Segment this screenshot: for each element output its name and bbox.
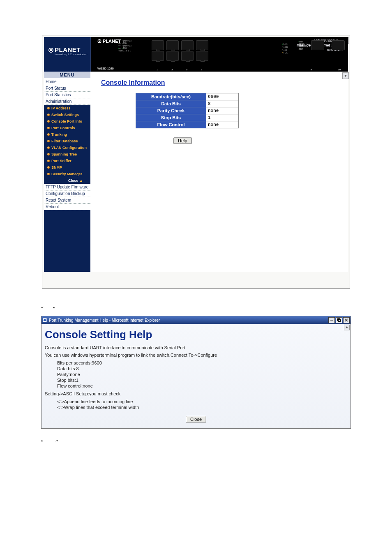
help-p3: Setting->ASCII Setup:you must check bbox=[45, 391, 347, 396]
nav-home[interactable]: Home bbox=[44, 79, 90, 85]
row-databits-value: 8 bbox=[206, 100, 239, 107]
minimize-button[interactable] bbox=[328, 317, 335, 323]
nav-console-port-info[interactable]: Console Port Info bbox=[44, 118, 90, 125]
nav-spanning-tree[interactable]: Spanning Tree bbox=[44, 151, 90, 158]
nav-port-controls[interactable]: Port Controls bbox=[44, 125, 90, 131]
help-p2: You can use windows hyperterminal progra… bbox=[45, 353, 347, 358]
help-ascii-block: <">Append line feeds to incoming line <"… bbox=[45, 399, 347, 410]
brand-logo: PLANET bbox=[44, 37, 90, 53]
ie-icon bbox=[42, 318, 47, 323]
svg-marker-1 bbox=[344, 75, 347, 77]
help-button[interactable]: Help bbox=[173, 137, 192, 144]
close-up-icon: ▲ bbox=[79, 179, 83, 183]
svg-point-4 bbox=[50, 49, 52, 51]
nav-reboot[interactable]: Reboot bbox=[44, 204, 90, 210]
nav-snmp[interactable]: SNMP bbox=[44, 164, 90, 171]
content-area: Console Information Baudrate(bits/sec)96… bbox=[90, 72, 348, 272]
nav-filter-database[interactable]: Filter Database bbox=[44, 138, 90, 144]
brand-tagline: Networking & Communication bbox=[44, 53, 90, 56]
row-parity-value: none bbox=[206, 107, 239, 114]
nav-vlan-configuration[interactable]: VLAN Configuration bbox=[44, 144, 90, 151]
page-title: Console Information bbox=[101, 79, 344, 86]
help-body: Console Setting Help Console is a standa… bbox=[42, 324, 350, 428]
row-stopbits-value: 1 bbox=[206, 114, 239, 121]
gigabit-ports: • LNK• 1000• 100• FDX bbox=[298, 40, 345, 50]
help-heading: Console Setting Help bbox=[45, 328, 347, 341]
gigabit-leds: • LNK• 1000• 100• FDX bbox=[282, 43, 288, 54]
brand-panel: PLANET Networking & Communication bbox=[44, 37, 91, 72]
device-image: PLANET 10/100/1000Mbps Intelligent Ether… bbox=[91, 37, 348, 72]
svg-marker-14 bbox=[346, 326, 348, 328]
maximize-button[interactable] bbox=[336, 317, 342, 323]
nav-port-sniffer[interactable]: Port Sniffer bbox=[44, 158, 90, 164]
menu-header: MENU bbox=[44, 72, 90, 79]
device-model: WGSD-1020 bbox=[97, 67, 114, 70]
quote-marks-2: “ ” bbox=[41, 439, 392, 445]
nav-close[interactable]: Close ▲ bbox=[44, 177, 90, 184]
quote-marks-1: “ ” bbox=[41, 305, 392, 312]
help-settings-block: Bits per seconds:9600 Data bits:8 Parity… bbox=[45, 360, 347, 389]
nav-trunking[interactable]: Trunking bbox=[44, 131, 90, 138]
nav-port-statistics[interactable]: Port Statistics bbox=[44, 92, 90, 98]
svg-point-7 bbox=[99, 41, 100, 42]
row-baudrate-value: 9600 bbox=[206, 93, 239, 100]
nav-reset-system[interactable]: Reset System bbox=[44, 197, 90, 204]
help-window: Port Trunking Management Help - Microsof… bbox=[41, 316, 351, 429]
nav-ip-address[interactable]: IP Address bbox=[44, 105, 90, 111]
nav-config-backup[interactable]: Configuration Backup bbox=[44, 190, 90, 197]
help-scroll-up-icon[interactable] bbox=[344, 325, 350, 330]
help-close-button[interactable]: Close bbox=[186, 416, 206, 423]
row-flowcontrol-label: Flow Control bbox=[136, 121, 206, 128]
row-stopbits-label: Stop Bits bbox=[136, 114, 206, 121]
sidebar: MENU Home Port Status Port Statistics Ad… bbox=[44, 72, 90, 272]
nav-port-status[interactable]: Port Status bbox=[44, 85, 90, 92]
console-info-table: Baudrate(bits/sec)9600 Data Bits8 Parity… bbox=[136, 93, 239, 128]
svg-rect-11 bbox=[339, 320, 341, 322]
switch-admin-app: PLANET Networking & Communication PLANET… bbox=[42, 35, 350, 289]
help-p1: Console is a standard UART interface to … bbox=[45, 345, 347, 350]
row-baudrate-label: Baudrate(bits/sec) bbox=[136, 93, 206, 100]
nav-switch-settings[interactable]: Switch Settings bbox=[44, 111, 90, 118]
device-brand: PLANET bbox=[97, 39, 121, 44]
nav-security-manager[interactable]: Security Manager bbox=[44, 171, 90, 177]
status-leds: • • • • LNK/ACT • • • • 100 • • • • LNK/… bbox=[118, 39, 132, 52]
brand-name: PLANET bbox=[55, 46, 81, 53]
ethernet-ports bbox=[152, 40, 208, 61]
nav-tftp-update[interactable]: TFTP Update Firmware bbox=[44, 184, 90, 190]
banner: PLANET Networking & Communication PLANET… bbox=[44, 37, 348, 72]
row-databits-label: Data Bits bbox=[136, 100, 206, 107]
close-button[interactable] bbox=[343, 317, 350, 323]
row-flowcontrol-value: none bbox=[206, 121, 239, 128]
scroll-down-icon[interactable] bbox=[342, 72, 349, 79]
nav-administration[interactable]: Administration bbox=[44, 98, 90, 105]
help-window-title: Port Trunking Management Help - Microsof… bbox=[49, 318, 160, 323]
help-titlebar: Port Trunking Management Help - Microsof… bbox=[42, 316, 350, 324]
row-parity-label: Parity Check bbox=[136, 107, 206, 114]
